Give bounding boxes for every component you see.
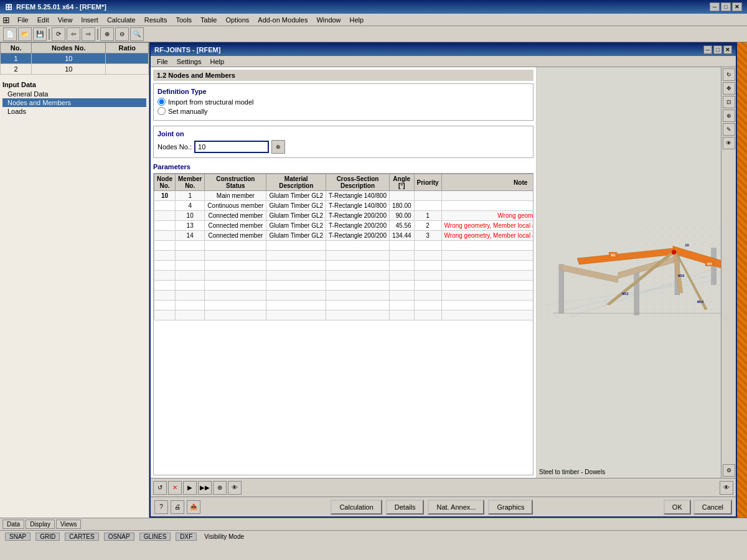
g-btn-zoom-in[interactable]: ⊕ [723,110,735,122]
menu-help[interactable]: Help [346,15,368,25]
nat-annex-btn[interactable]: Nat. Annex... [428,500,484,515]
btn-info[interactable]: 👁 [720,481,733,495]
joint-row[interactable]: 110 [1,54,149,64]
toolbar-new[interactable]: 📄 [3,27,17,41]
btn-export[interactable]: 📤 [187,500,200,514]
toolbar-btn1[interactable]: ⟳ [52,27,65,41]
pick-button[interactable]: ⊕ [271,140,285,154]
param-row[interactable]: 10 1 Main member Glulam Timber GL2 T-Rec… [154,191,534,201]
minimize-btn[interactable]: ─ [710,2,720,11]
definition-type-group: Definition Type Import from structural m… [153,83,533,121]
section-header: 1.2 Nodes and Members [153,70,533,81]
action-left-buttons: ? 🖨 📤 [154,500,200,514]
param-status: Continuous member [205,201,266,211]
btn-delete[interactable]: ✕ [168,481,182,495]
ok-btn[interactable]: OK [664,500,691,515]
menu-file[interactable]: File [14,15,32,25]
toolbar-btn4[interactable]: ⊕ [100,27,114,41]
nodes-input[interactable] [194,141,269,153]
main-layout: No. Nodes No. Ratio 110210 Input Data Ge… [0,42,747,518]
grid-indicator[interactable]: GRID [35,533,60,541]
btn-next[interactable]: ▶ [183,481,197,495]
cancel-btn[interactable]: Cancel [693,500,732,515]
menu-insert[interactable]: Insert [77,15,102,25]
g-btn-zoom-extent[interactable]: ⊡ [723,96,735,108]
dialog-maximize[interactable]: □ [713,45,722,54]
tab-data[interactable]: Data [2,520,24,529]
param-material: Glulam Timber GL2 [266,201,326,211]
graphics-btn[interactable]: Graphics [488,500,533,515]
menu-edit[interactable]: Edit [34,15,53,25]
dialog-close[interactable]: ✕ [723,45,732,54]
g-btn-rotate[interactable]: ↻ [723,68,735,81]
maximize-btn[interactable]: □ [721,2,731,11]
empty-row [154,310,534,320]
col-no: No. [1,43,32,54]
menu-tools[interactable]: Tools [172,15,195,25]
menu-window[interactable]: Window [312,15,344,25]
param-priority: 2 [414,221,441,231]
tab-views[interactable]: Views [56,520,82,529]
btn-next-all[interactable]: ▶▶ [198,481,212,495]
cartes-indicator[interactable]: CARTES [65,533,98,541]
input-data-section: Input Data General Data Nodes and Member… [0,77,149,118]
input-loads[interactable]: Loads [2,107,146,116]
btn-add[interactable]: ⊕ [213,481,227,495]
param-angle: 45.56 [389,221,414,231]
g-btn-pan[interactable]: ✥ [723,82,735,95]
param-cross: T-Rectangle 200/200 [326,231,390,241]
param-row[interactable]: 13 Connected member Glulam Timber GL2 T-… [154,221,534,231]
param-status: Connected member [205,211,266,221]
toolbar-btn6[interactable]: 🔍 [130,27,144,41]
dialog-menu-file[interactable]: File [153,57,172,67]
param-row[interactable]: 4 Continuous member Glulam Timber GL2 T-… [154,201,534,211]
menu-addon[interactable]: Add-on Modules [254,15,311,25]
dialog-menu-help[interactable]: Help [206,57,228,67]
btn-eye[interactable]: 👁 [228,481,242,495]
empty-row [154,251,534,261]
param-row[interactable]: 14 Connected member Glulam Timber GL2 T-… [154,231,534,241]
menu-calculate[interactable]: Calculate [103,15,139,25]
input-general-data[interactable]: General Data [2,90,146,98]
dialog-menu-settings[interactable]: Settings [173,57,205,67]
param-row[interactable]: 10 Connected member Glulam Timber GL2 T-… [154,211,534,221]
radio-import[interactable] [157,98,166,106]
menu-results[interactable]: Results [141,15,171,25]
param-note: Wrong geometry, Member local axis is out… [441,231,533,241]
g-btn-edit[interactable]: ✎ [723,123,735,136]
menu-options[interactable]: Options [222,15,253,25]
toolbar-save[interactable]: 💾 [33,27,47,41]
toolbar-btn2[interactable]: ⇦ [67,27,80,41]
joint-ratio [106,64,149,75]
menu-table[interactable]: Table [197,15,220,25]
glines-indicator[interactable]: GLINES [139,533,171,541]
btn-help[interactable]: ? [154,500,168,514]
calculation-btn[interactable]: Calculation [331,500,382,515]
joint-row[interactable]: 210 [1,64,149,75]
g-btn-settings[interactable]: ⚙ [723,464,735,477]
tab-display[interactable]: Display [26,520,55,529]
param-material: Glulam Timber GL2 [266,191,326,201]
input-nodes-members[interactable]: Nodes and Members [2,98,146,107]
parameters-section: Parameters NodeNo. MemberNo. Constructio… [153,163,533,475]
snap-indicator[interactable]: SNAP [5,533,31,541]
app-window-controls: ─ □ ✕ [710,2,742,11]
dialog-minimize[interactable]: ─ [703,45,712,54]
dxf-indicator[interactable]: DXF [176,533,197,541]
toolbar-btn5[interactable]: ⊖ [115,27,129,41]
close-btn[interactable]: ✕ [732,2,742,11]
menu-view[interactable]: View [54,15,77,25]
btn-reset[interactable]: ↺ [153,481,167,495]
radio-manual[interactable] [157,107,166,115]
param-material: Glulam Timber GL2 [266,231,326,241]
param-note: Wrong geometry [441,211,533,221]
th-note: Note [441,174,533,191]
param-node: 10 [154,191,176,201]
g-btn-visibility[interactable]: 👁 [723,137,735,149]
toolbar-btn3[interactable]: ⇨ [82,27,95,41]
btn-print[interactable]: 🖨 [171,500,184,514]
th-construction: ConstructionStatus [205,174,266,191]
toolbar-open[interactable]: 📂 [18,27,32,41]
osnap-indicator[interactable]: OSNAP [104,533,134,541]
details-btn[interactable]: Details [386,500,425,515]
